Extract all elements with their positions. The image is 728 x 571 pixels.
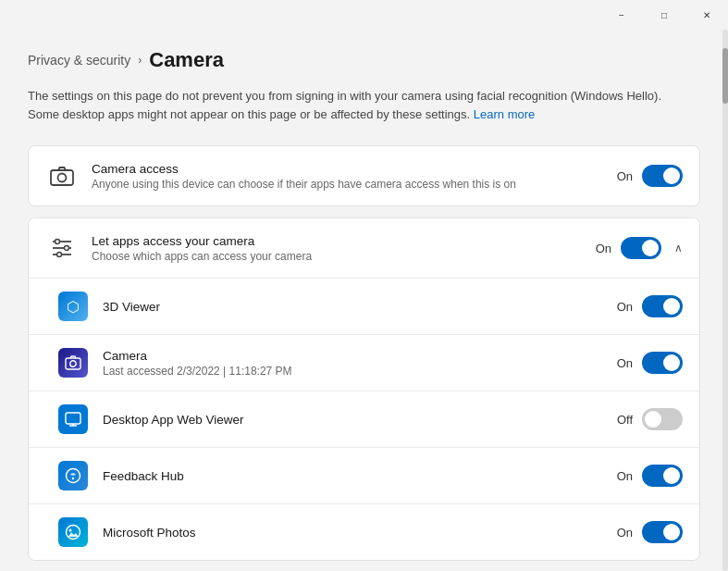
camera-access-status: On	[617, 169, 633, 183]
app-icon-desktop-container	[56, 403, 90, 436]
app-subtitle-camera: Last accessed 2/3/2022 | 11:18:27 PM	[103, 365, 617, 378]
app-toggle-camera[interactable]	[642, 352, 683, 374]
expand-chevron[interactable]: ∧	[674, 242, 683, 254]
app-text-desktop: Desktop App Web Viewer	[103, 413, 617, 427]
app-controls-camera: On	[617, 352, 683, 374]
svg-point-9	[70, 361, 76, 366]
close-button[interactable]: ✕	[685, 0, 728, 30]
app-icon-desktop	[58, 404, 88, 434]
app-name-photos: Microsoft Photos	[103, 526, 617, 540]
app-status-3dviewer: On	[617, 300, 633, 314]
app-status-desktop: Off	[617, 413, 633, 427]
svg-rect-0	[51, 170, 73, 185]
app-status-camera: On	[617, 356, 633, 370]
breadcrumb-current: Camera	[149, 48, 224, 72]
page-description: The settings on this page do not prevent…	[28, 87, 694, 123]
svg-point-5	[56, 240, 60, 244]
app-name-camera: Camera	[103, 349, 617, 363]
camera-access-toggle[interactable]	[642, 165, 683, 187]
app-text-photos: Microsoft Photos	[103, 526, 617, 540]
breadcrumb-chevron: ›	[138, 54, 142, 67]
app-toggle-feedback[interactable]	[642, 465, 683, 487]
svg-point-15	[67, 526, 80, 540]
minimize-button[interactable]: −	[600, 0, 643, 30]
svg-point-14	[72, 478, 74, 479]
maximize-button[interactable]: □	[643, 0, 685, 30]
camera-icon	[47, 161, 77, 191]
app-row-camera: Camera Last accessed 2/3/2022 | 11:18:27…	[29, 335, 699, 391]
app-row-feedback: Feedback Hub On	[29, 448, 699, 504]
app-controls-photos: On	[617, 521, 683, 543]
let-apps-card: Let apps access your camera Choose which…	[28, 217, 700, 561]
app-icon-photos-container	[56, 515, 90, 549]
filter-icon	[47, 233, 77, 263]
svg-point-7	[57, 253, 62, 257]
app-controls-3dviewer: On	[617, 295, 683, 317]
svg-point-1	[58, 174, 67, 182]
app-icon-camera	[58, 348, 88, 378]
camera-access-row: Camera access Anyone using this device c…	[29, 146, 699, 205]
app-name-feedback: Feedback Hub	[103, 469, 617, 483]
app-status-photos: On	[617, 526, 633, 540]
app-icon-feedback	[58, 461, 88, 490]
let-apps-subtitle: Choose which apps can access your camera	[92, 250, 596, 263]
app-row-desktop: Desktop App Web Viewer Off	[29, 391, 699, 448]
app-text-feedback: Feedback Hub	[103, 469, 617, 483]
app-status-feedback: On	[617, 469, 633, 483]
svg-point-6	[65, 246, 69, 251]
camera-access-subtitle: Anyone using this device can choose if t…	[92, 178, 617, 191]
svg-rect-8	[66, 358, 80, 369]
let-apps-status: On	[596, 242, 611, 255]
description-text: The settings on this page do not prevent…	[28, 89, 661, 121]
svg-rect-10	[66, 413, 80, 424]
app-icon-3dviewer-container: ⬡	[56, 290, 90, 323]
svg-point-13	[67, 469, 80, 483]
camera-access-text: Camera access Anyone using this device c…	[92, 162, 617, 191]
app-row-photos: Microsoft Photos On	[29, 504, 699, 560]
camera-access-icon-container	[45, 159, 79, 192]
app-icon-camera-container	[56, 346, 90, 379]
main-content: Privacy & security › Camera The settings…	[0, 30, 728, 571]
app-toggle-3dviewer[interactable]	[642, 295, 683, 317]
app-name-3dviewer: 3D Viewer	[103, 300, 617, 314]
app-name-desktop: Desktop App Web Viewer	[103, 413, 617, 427]
let-apps-row: Let apps access your camera Choose which…	[29, 218, 699, 279]
let-apps-toggle[interactable]	[621, 237, 661, 259]
app-icon-photos	[58, 517, 88, 547]
scrollbar-thumb[interactable]	[722, 48, 728, 104]
app-controls-desktop: Off	[617, 408, 683, 430]
title-bar: − □ ✕	[0, 0, 728, 30]
app-text-3dviewer: 3D Viewer	[103, 300, 617, 314]
scrollbar[interactable]	[722, 30, 728, 571]
app-text-camera: Camera Last accessed 2/3/2022 | 11:18:27…	[103, 349, 617, 378]
breadcrumb-parent[interactable]: Privacy & security	[28, 53, 130, 68]
camera-access-controls: On	[617, 165, 683, 187]
app-toggle-photos[interactable]	[642, 521, 683, 543]
let-apps-title: Let apps access your camera	[92, 234, 596, 248]
let-apps-controls: On ∧	[596, 237, 683, 259]
app-controls-feedback: On	[617, 465, 683, 487]
camera-access-title: Camera access	[92, 162, 617, 176]
let-apps-icon-container	[45, 231, 79, 265]
svg-point-16	[69, 529, 72, 532]
learn-more-link[interactable]: Learn more	[474, 107, 535, 121]
app-toggle-desktop[interactable]	[642, 408, 683, 430]
app-icon-3dviewer: ⬡	[58, 292, 88, 321]
let-apps-text: Let apps access your camera Choose which…	[92, 234, 596, 263]
camera-access-card: Camera access Anyone using this device c…	[28, 145, 700, 206]
breadcrumb: Privacy & security › Camera	[28, 48, 700, 72]
app-icon-feedback-container	[56, 459, 90, 492]
app-row-3dviewer: ⬡ 3D Viewer On	[29, 279, 699, 335]
